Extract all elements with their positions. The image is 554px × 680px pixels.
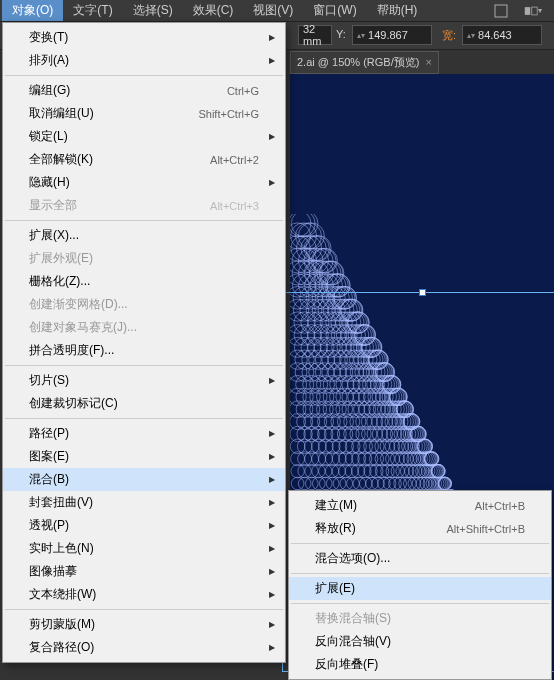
menu-item-label: 封套扭曲(V)	[29, 494, 93, 511]
object-menu-item-6[interactable]: 全部解锁(K)Alt+Ctrl+2	[3, 148, 285, 171]
menu-item-label: 变换(T)	[29, 29, 68, 46]
menu-item-label: 栅格化(Z)...	[29, 273, 90, 290]
y-field[interactable]: ▴▾ 149.867	[352, 25, 432, 45]
object-menu-item-13: 创建渐变网格(D)...	[3, 293, 285, 316]
menu-separator	[5, 75, 283, 76]
menu-separator	[5, 220, 283, 221]
menu-shortcut: Alt+Ctrl+3	[210, 200, 259, 212]
svg-rect-2	[532, 7, 537, 15]
menu-view[interactable]: 视图(V)	[243, 0, 303, 21]
object-menu-item-29[interactable]: 剪切蒙版(M)	[3, 613, 285, 636]
menu-shortcut: Ctrl+G	[227, 85, 259, 97]
menu-item-label: 释放(R)	[315, 520, 356, 537]
blend-submenu-item-5[interactable]: 扩展(E)	[289, 577, 551, 600]
object-menu-item-25[interactable]: 实时上色(N)	[3, 537, 285, 560]
menu-shortcut: Alt+Ctrl+B	[475, 500, 525, 512]
menu-item-label: 实时上色(N)	[29, 540, 94, 557]
object-menu-item-11: 扩展外观(E)	[3, 247, 285, 270]
menu-item-label: 混合选项(O)...	[315, 550, 390, 567]
menu-item-label: 透视(P)	[29, 517, 69, 534]
menu-type[interactable]: 文字(T)	[63, 0, 122, 21]
menu-item-label: 隐藏(H)	[29, 174, 70, 191]
menu-item-label: 路径(P)	[29, 425, 69, 442]
blend-submenu-item-3[interactable]: 混合选项(O)...	[289, 547, 551, 570]
arrange-icon[interactable]: ▾	[524, 4, 542, 18]
menu-item-label: 反向混合轴(V)	[315, 633, 391, 650]
menu-item-label: 显示全部	[29, 197, 77, 214]
menu-item-label: 全部解锁(K)	[29, 151, 93, 168]
menu-separator	[5, 609, 283, 610]
svg-rect-0	[495, 5, 507, 17]
close-icon[interactable]: ×	[425, 56, 431, 68]
menu-shortcut: Shift+Ctrl+G	[198, 108, 259, 120]
object-menu-item-24[interactable]: 透视(P)	[3, 514, 285, 537]
menu-item-label: 锁定(L)	[29, 128, 68, 145]
object-menu-item-12[interactable]: 栅格化(Z)...	[3, 270, 285, 293]
menu-item-label: 剪切蒙版(M)	[29, 616, 95, 633]
object-menu-item-10[interactable]: 扩展(X)...	[3, 224, 285, 247]
object-menu-item-20[interactable]: 路径(P)	[3, 422, 285, 445]
menu-item-label: 扩展(X)...	[29, 227, 79, 244]
handle-n[interactable]	[419, 289, 426, 296]
menu-item-label: 创建渐变网格(D)...	[29, 296, 128, 313]
object-menu-item-22[interactable]: 混合(B)	[3, 468, 285, 491]
menu-separator	[5, 418, 283, 419]
menu-item-label: 图像描摹	[29, 563, 77, 580]
menu-item-label: 扩展外观(E)	[29, 250, 93, 267]
object-menu-item-3[interactable]: 编组(G)Ctrl+G	[3, 79, 285, 102]
object-menu-item-14: 创建对象马赛克(J)...	[3, 316, 285, 339]
svg-rect-1	[525, 7, 530, 15]
object-menu-item-18[interactable]: 创建裁切标记(C)	[3, 392, 285, 415]
menu-item-label: 创建对象马赛克(J)...	[29, 319, 137, 336]
menu-select[interactable]: 选择(S)	[123, 0, 183, 21]
object-menu-item-7[interactable]: 隐藏(H)	[3, 171, 285, 194]
object-menu-item-4[interactable]: 取消编组(U)Shift+Ctrl+G	[3, 102, 285, 125]
menu-help[interactable]: 帮助(H)	[367, 0, 428, 21]
menu-item-label: 替换混合轴(S)	[315, 610, 391, 627]
menu-item-label: 取消编组(U)	[29, 105, 94, 122]
object-menu-item-30[interactable]: 复合路径(O)	[3, 636, 285, 659]
tab-label: 2.ai @ 150% (RGB/预览)	[297, 55, 419, 70]
doc-new-icon[interactable]	[492, 4, 510, 18]
menu-item-label: 文本绕排(W)	[29, 586, 96, 603]
menu-item-label: 扩展(E)	[315, 580, 355, 597]
menu-object[interactable]: 对象(O)	[2, 0, 63, 21]
menu-separator	[291, 573, 549, 574]
blend-submenu-item-0[interactable]: 建立(M)Alt+Ctrl+B	[289, 494, 551, 517]
object-menu-item-23[interactable]: 封套扭曲(V)	[3, 491, 285, 514]
menu-effect[interactable]: 效果(C)	[183, 0, 244, 21]
menu-item-label: 建立(M)	[315, 497, 357, 514]
object-menu-item-0[interactable]: 变换(T)	[3, 26, 285, 49]
menu-window[interactable]: 窗口(W)	[303, 0, 366, 21]
menu-item-label: 切片(S)	[29, 372, 69, 389]
object-menu-item-27[interactable]: 文本绕排(W)	[3, 583, 285, 606]
menu-item-label: 反向堆叠(F)	[315, 656, 378, 673]
menu-separator	[5, 365, 283, 366]
menu-item-label: 编组(G)	[29, 82, 70, 99]
width-field[interactable]: ▴▾ 84.643	[462, 25, 542, 45]
object-menu: 变换(T)排列(A)编组(G)Ctrl+G取消编组(U)Shift+Ctrl+G…	[2, 22, 286, 663]
blend-submenu-item-8[interactable]: 反向混合轴(V)	[289, 630, 551, 653]
menu-separator	[291, 603, 549, 604]
object-menu-item-17[interactable]: 切片(S)	[3, 369, 285, 392]
object-menu-item-8: 显示全部Alt+Ctrl+3	[3, 194, 285, 217]
menu-item-label: 排列(A)	[29, 52, 69, 69]
menu-shortcut: Alt+Shift+Ctrl+B	[446, 523, 525, 535]
menu-shortcut: Alt+Ctrl+2	[210, 154, 259, 166]
menu-item-label: 复合路径(O)	[29, 639, 94, 656]
object-menu-item-15[interactable]: 拼合透明度(F)...	[3, 339, 285, 362]
blend-submenu-item-1[interactable]: 释放(R)Alt+Shift+Ctrl+B	[289, 517, 551, 540]
width-label: 宽:	[442, 28, 456, 43]
blend-submenu-item-7: 替换混合轴(S)	[289, 607, 551, 630]
object-menu-item-1[interactable]: 排列(A)	[3, 49, 285, 72]
object-menu-item-21[interactable]: 图案(E)	[3, 445, 285, 468]
menu-item-label: 拼合透明度(F)...	[29, 342, 114, 359]
unit-field[interactable]: 32 mm	[298, 25, 332, 45]
blend-submenu-item-9[interactable]: 反向堆叠(F)	[289, 653, 551, 676]
menu-item-label: 创建裁切标记(C)	[29, 395, 118, 412]
menu-item-label: 图案(E)	[29, 448, 69, 465]
document-tab[interactable]: 2.ai @ 150% (RGB/预览) ×	[290, 51, 439, 74]
object-menu-item-26[interactable]: 图像描摹	[3, 560, 285, 583]
object-menu-item-5[interactable]: 锁定(L)	[3, 125, 285, 148]
menubar: 对象(O) 文字(T) 选择(S) 效果(C) 视图(V) 窗口(W) 帮助(H…	[0, 0, 554, 22]
